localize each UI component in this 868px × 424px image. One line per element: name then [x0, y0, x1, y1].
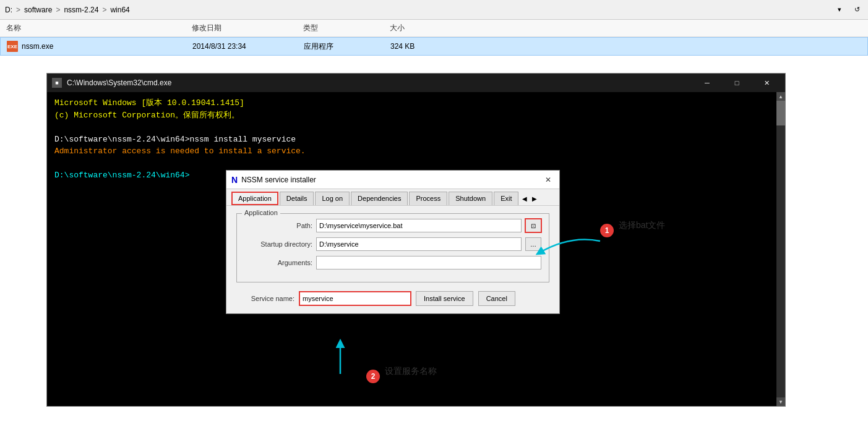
breadcrumb-sep3: > [102, 6, 106, 14]
arguments-label: Arguments: [244, 259, 312, 266]
application-group: Application Path: ⊡ Startup directory: …… [236, 213, 549, 282]
startup-browse-btn[interactable]: … [525, 237, 541, 251]
arguments-input[interactable] [316, 256, 541, 269]
cmd-line6 [54, 158, 778, 170]
col-name[interactable]: 名称 [6, 23, 192, 33]
tab-shutdown[interactable]: Shutdown [449, 192, 492, 205]
dropdown-btn[interactable]: ▾ [833, 4, 846, 16]
explorer-bar: D: > software > nssm-2.24 > win64 ▾ ↺ [0, 0, 868, 20]
col-date[interactable]: 修改日期 [192, 23, 303, 33]
cmd-line2: (c) Microsoft Corporation。保留所有权利。 [54, 109, 778, 122]
nssm-title: NSSM service installer [241, 176, 538, 184]
tab-application[interactable]: Application [231, 192, 278, 205]
breadcrumb-sep2: > [56, 6, 60, 14]
tab-exit[interactable]: Exit [494, 192, 518, 205]
tab-dependencies[interactable]: Dependencies [351, 192, 408, 205]
nssm-tabs: Application Details Log on Dependencies … [226, 189, 559, 206]
scrollbar-up[interactable]: ▲ [776, 92, 785, 101]
scrollbar-down[interactable]: ▼ [776, 397, 785, 406]
annotation-text-2: 设置服务名称 [385, 366, 437, 377]
cmd-line1: Microsoft Windows [版本 10.0.19041.1415] [54, 97, 778, 109]
nssm-body: Application Path: ⊡ Startup directory: …… [226, 206, 559, 313]
cmd-minimize-btn[interactable]: ─ [694, 74, 721, 92]
startup-label: Startup directory: [244, 240, 312, 248]
breadcrumb: D: > software > nssm-2.24 > win64 [5, 6, 130, 14]
breadcrumb-drive[interactable]: D: [5, 6, 12, 14]
cmd-scrollbar[interactable]: ▲ ▼ [776, 92, 785, 406]
file-size: 324 KB [390, 42, 452, 51]
breadcrumb-sep1: > [16, 6, 20, 14]
startup-row: Startup directory: … [244, 237, 541, 251]
annotation-text-1: 选择bat文件 [619, 220, 665, 231]
tab-logon[interactable]: Log on [315, 192, 350, 205]
cmd-line4: D:\software\nssm-2.24\win64>nssm install… [54, 134, 778, 146]
annotation-circle-1: 1 [600, 224, 614, 237]
service-name-label: Service name: [239, 295, 294, 302]
scrollbar-thumb[interactable] [776, 101, 785, 125]
file-icon: EXE [7, 41, 18, 52]
file-name: nssm.exe [22, 42, 53, 51]
arguments-row: Arguments: [244, 256, 541, 269]
breadcrumb-folder2[interactable]: nssm-2.24 [64, 6, 98, 14]
cancel-btn[interactable]: Cancel [478, 291, 515, 306]
nssm-titlebar: N NSSM service installer ✕ [226, 171, 559, 189]
nssm-close-btn[interactable]: ✕ [542, 174, 554, 186]
file-date: 2014/8/31 23:34 [192, 42, 304, 51]
application-legend: Application [242, 209, 280, 216]
path-browse-btn[interactable]: ⊡ [525, 219, 541, 232]
cmd-line5: Administrator access is needed to instal… [54, 145, 778, 158]
cmd-title-text: C:\Windows\System32\cmd.exe [67, 78, 689, 87]
breadcrumb-folder3[interactable]: win64 [110, 6, 129, 14]
service-name-row: Service name: Install service Cancel [236, 291, 549, 306]
install-service-btn[interactable]: Install service [416, 291, 473, 306]
tab-scroll-right[interactable]: ▶ [530, 192, 539, 205]
path-row: Path: ⊡ [244, 219, 541, 232]
tab-process[interactable]: Process [409, 192, 447, 205]
col-size[interactable]: 大小 [390, 23, 452, 33]
service-name-input[interactable] [299, 292, 411, 305]
cmd-maximize-btn[interactable]: □ [723, 74, 750, 92]
breadcrumb-folder1[interactable]: software [24, 6, 52, 14]
cmd-close-btn[interactable]: ✕ [753, 74, 780, 92]
file-type: 应用程序 [304, 41, 390, 52]
cmd-window-buttons: ─ □ ✕ [694, 74, 780, 92]
cmd-line3 [54, 121, 778, 134]
tab-details[interactable]: Details [280, 192, 314, 205]
annotation-circle-2: 2 [366, 370, 380, 383]
file-row[interactable]: EXE nssm.exe 2014/8/31 23:34 应用程序 324 KB [0, 37, 868, 56]
col-type[interactable]: 类型 [303, 23, 390, 33]
column-headers: 名称 修改日期 类型 大小 [0, 20, 868, 37]
cmd-icon: ■ [52, 78, 62, 88]
scrollbar-track [776, 101, 785, 397]
refresh-btn[interactable]: ↺ [851, 4, 863, 16]
path-input[interactable] [316, 219, 522, 232]
nssm-logo: N [231, 175, 238, 185]
tab-scroll-left[interactable]: ◀ [520, 192, 530, 205]
window-controls: ▾ ↺ [833, 4, 863, 16]
nssm-dialog: N NSSM service installer ✕ Application D… [226, 170, 560, 314]
cmd-titlebar: ■ C:\Windows\System32\cmd.exe ─ □ ✕ [47, 74, 785, 92]
startup-input[interactable] [316, 237, 522, 251]
path-label: Path: [244, 222, 312, 229]
